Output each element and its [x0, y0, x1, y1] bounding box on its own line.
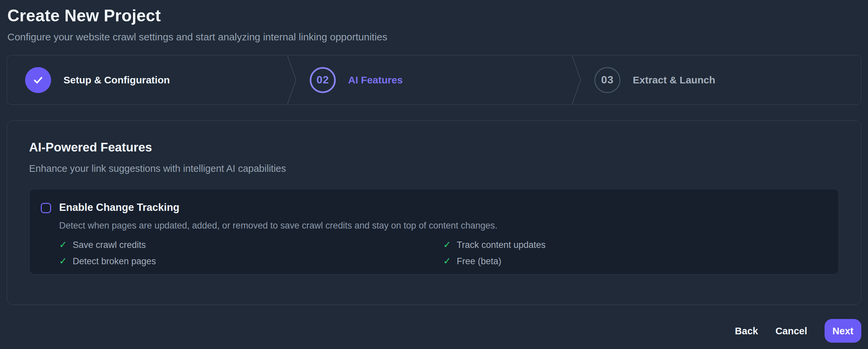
ai-features-card: AI-Powered Features Enhance your link su… [7, 120, 861, 305]
step-number: 02 [316, 74, 329, 86]
back-button[interactable]: Back [735, 325, 758, 337]
step-ai-features[interactable]: 02 AI Features [292, 56, 576, 104]
create-project-page: Create New Project Configure your websit… [0, 0, 868, 349]
next-button[interactable]: Next [825, 319, 861, 343]
page-subtitle: Configure your website crawl settings an… [7, 31, 861, 43]
benefit-item: ✓ Save crawl credits [59, 240, 443, 250]
step-label: Setup & Configuration [63, 74, 170, 86]
step-label: Extract & Launch [633, 74, 715, 86]
check-icon [32, 74, 44, 86]
benefit-label: Track content updates [457, 240, 546, 250]
card-heading: AI-Powered Features [29, 140, 839, 155]
step-number: 03 [601, 74, 614, 86]
enable-change-tracking-checkbox[interactable] [41, 203, 51, 213]
benefit-list: ✓ Save crawl credits ✓ Track content upd… [59, 240, 827, 266]
wizard-footer: Back Cancel Next [7, 319, 861, 343]
change-tracking-feature-box: Enable Change Tracking Detect when pages… [29, 189, 839, 275]
benefit-label: Save crawl credits [72, 240, 146, 250]
benefit-label: Free (beta) [457, 256, 501, 266]
step-label: AI Features [348, 74, 403, 86]
step-number-circle: 03 [594, 67, 620, 93]
step-number-circle: 02 [310, 67, 336, 93]
wizard-stepper: Setup & Configuration 02 AI Features 03 … [7, 55, 861, 105]
page-title: Create New Project [7, 5, 861, 26]
card-subheading: Enhance your link suggestions with intel… [29, 163, 839, 174]
check-icon: ✓ [443, 256, 451, 266]
step-completed-indicator [25, 67, 51, 93]
check-icon: ✓ [59, 256, 67, 266]
step-setup-configuration[interactable]: Setup & Configuration [7, 56, 292, 104]
check-icon: ✓ [443, 240, 451, 250]
benefit-item: ✓ Detect broken pages [59, 256, 443, 266]
cancel-button[interactable]: Cancel [775, 325, 807, 337]
feature-description: Detect when pages are updated, added, or… [59, 220, 827, 231]
step-extract-launch[interactable]: 03 Extract & Launch [576, 56, 861, 104]
benefit-item: ✓ Track content updates [443, 240, 828, 250]
check-icon: ✓ [59, 240, 67, 250]
page-header: Create New Project Configure your websit… [7, 0, 861, 43]
benefit-item: ✓ Free (beta) [443, 256, 828, 266]
benefit-label: Detect broken pages [72, 256, 156, 266]
feature-text-block: Enable Change Tracking Detect when pages… [59, 202, 827, 266]
feature-label[interactable]: Enable Change Tracking [59, 202, 827, 213]
